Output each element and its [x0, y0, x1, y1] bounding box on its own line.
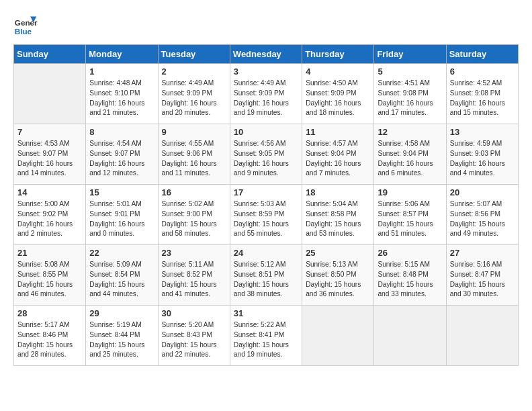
calendar-cell: 20 Sunrise: 5:07 AM Sunset: 8:56 PM Dayl…	[446, 185, 518, 245]
day-number: 29	[89, 308, 154, 318]
day-info: Sunrise: 4:51 AM Sunset: 9:08 PM Dayligh…	[378, 79, 442, 118]
calendar-cell: 12 Sunrise: 4:58 AM Sunset: 9:04 PM Dayl…	[374, 124, 446, 185]
day-info: Sunrise: 5:08 AM Sunset: 8:55 PM Dayligh…	[17, 260, 82, 300]
day-info: Sunrise: 5:12 AM Sunset: 8:51 PM Dayligh…	[234, 260, 298, 300]
day-info: Sunrise: 5:09 AM Sunset: 8:54 PM Dayligh…	[89, 260, 154, 300]
calendar-header-row: SundayMondayTuesdayWednesdayThursdayFrid…	[14, 45, 519, 64]
day-info: Sunrise: 5:00 AM Sunset: 9:02 PM Dayligh…	[17, 199, 82, 239]
column-header-saturday: Saturday	[446, 45, 518, 64]
day-info: Sunrise: 5:01 AM Sunset: 9:01 PM Dayligh…	[89, 199, 154, 239]
calendar-cell: 1 Sunrise: 4:48 AM Sunset: 9:10 PM Dayli…	[86, 64, 158, 124]
column-header-thursday: Thursday	[302, 45, 374, 64]
day-info: Sunrise: 5:13 AM Sunset: 8:50 PM Dayligh…	[306, 260, 370, 300]
day-number: 21	[17, 248, 82, 258]
day-number: 18	[306, 187, 370, 197]
day-number: 5	[378, 66, 442, 77]
day-number: 3	[234, 66, 298, 77]
calendar-cell: 24 Sunrise: 5:12 AM Sunset: 8:51 PM Dayl…	[230, 245, 302, 306]
header: General Blue	[13, 13, 519, 38]
calendar-cell: 11 Sunrise: 4:57 AM Sunset: 9:04 PM Dayl…	[302, 124, 374, 185]
day-info: Sunrise: 5:20 AM Sunset: 8:43 PM Dayligh…	[162, 320, 226, 360]
day-info: Sunrise: 4:53 AM Sunset: 9:07 PM Dayligh…	[17, 139, 82, 179]
calendar-cell	[14, 64, 86, 124]
day-number: 28	[17, 308, 82, 318]
day-info: Sunrise: 5:16 AM Sunset: 8:47 PM Dayligh…	[450, 260, 515, 300]
calendar-cell: 28 Sunrise: 5:17 AM Sunset: 8:46 PM Dayl…	[14, 306, 86, 366]
day-info: Sunrise: 4:54 AM Sunset: 9:07 PM Dayligh…	[89, 139, 154, 179]
day-number: 10	[234, 127, 298, 137]
day-number: 30	[162, 308, 226, 318]
day-number: 26	[378, 248, 442, 258]
calendar-cell: 27 Sunrise: 5:16 AM Sunset: 8:47 PM Dayl…	[446, 245, 518, 306]
calendar-cell: 13 Sunrise: 4:59 AM Sunset: 9:03 PM Dayl…	[446, 124, 518, 185]
day-number: 7	[17, 127, 82, 137]
day-info: Sunrise: 5:07 AM Sunset: 8:56 PM Dayligh…	[450, 199, 515, 239]
day-info: Sunrise: 5:22 AM Sunset: 8:41 PM Dayligh…	[234, 320, 298, 360]
day-number: 13	[450, 127, 515, 137]
calendar-cell: 2 Sunrise: 4:49 AM Sunset: 9:09 PM Dayli…	[158, 64, 230, 124]
column-header-wednesday: Wednesday	[230, 45, 302, 64]
calendar-cell: 26 Sunrise: 5:15 AM Sunset: 8:48 PM Dayl…	[374, 245, 446, 306]
calendar-cell	[302, 306, 374, 366]
day-number: 14	[17, 187, 82, 197]
calendar-week-1: 1 Sunrise: 4:48 AM Sunset: 9:10 PM Dayli…	[14, 64, 519, 124]
calendar-cell: 9 Sunrise: 4:55 AM Sunset: 9:06 PM Dayli…	[158, 124, 230, 185]
calendar-body: 1 Sunrise: 4:48 AM Sunset: 9:10 PM Dayli…	[14, 64, 519, 366]
calendar-cell: 10 Sunrise: 4:56 AM Sunset: 9:05 PM Dayl…	[230, 124, 302, 185]
day-info: Sunrise: 4:52 AM Sunset: 9:08 PM Dayligh…	[450, 79, 515, 118]
calendar-cell: 7 Sunrise: 4:53 AM Sunset: 9:07 PM Dayli…	[14, 124, 86, 185]
day-number: 1	[89, 66, 154, 77]
svg-text:Blue: Blue	[15, 27, 32, 36]
day-number: 24	[234, 248, 298, 258]
calendar-cell: 19 Sunrise: 5:06 AM Sunset: 8:57 PM Dayl…	[374, 185, 446, 245]
calendar-cell: 25 Sunrise: 5:13 AM Sunset: 8:50 PM Dayl…	[302, 245, 374, 306]
day-number: 25	[306, 248, 370, 258]
day-number: 2	[162, 66, 226, 77]
logo-icon: General Blue	[13, 13, 38, 38]
calendar-table: SundayMondayTuesdayWednesdayThursdayFrid…	[13, 44, 519, 366]
day-number: 12	[378, 127, 442, 137]
calendar-week-3: 14 Sunrise: 5:00 AM Sunset: 9:02 PM Dayl…	[14, 185, 519, 245]
day-info: Sunrise: 4:49 AM Sunset: 9:09 PM Dayligh…	[234, 79, 298, 118]
calendar-week-2: 7 Sunrise: 4:53 AM Sunset: 9:07 PM Dayli…	[14, 124, 519, 185]
calendar-week-5: 28 Sunrise: 5:17 AM Sunset: 8:46 PM Dayl…	[14, 306, 519, 366]
calendar-cell: 6 Sunrise: 4:52 AM Sunset: 9:08 PM Dayli…	[446, 64, 518, 124]
calendar-cell: 29 Sunrise: 5:19 AM Sunset: 8:44 PM Dayl…	[86, 306, 158, 366]
day-info: Sunrise: 4:56 AM Sunset: 9:05 PM Dayligh…	[234, 139, 298, 179]
calendar-cell: 14 Sunrise: 5:00 AM Sunset: 9:02 PM Dayl…	[14, 185, 86, 245]
calendar-cell	[374, 306, 446, 366]
day-info: Sunrise: 5:04 AM Sunset: 8:58 PM Dayligh…	[306, 199, 370, 239]
calendar-cell: 15 Sunrise: 5:01 AM Sunset: 9:01 PM Dayl…	[86, 185, 158, 245]
calendar-cell: 17 Sunrise: 5:03 AM Sunset: 8:59 PM Dayl…	[230, 185, 302, 245]
day-number: 17	[234, 187, 298, 197]
day-number: 20	[450, 187, 515, 197]
day-info: Sunrise: 4:49 AM Sunset: 9:09 PM Dayligh…	[162, 79, 226, 118]
day-info: Sunrise: 4:57 AM Sunset: 9:04 PM Dayligh…	[306, 139, 370, 179]
column-header-tuesday: Tuesday	[158, 45, 230, 64]
calendar-cell: 23 Sunrise: 5:11 AM Sunset: 8:52 PM Dayl…	[158, 245, 230, 306]
day-number: 23	[162, 248, 226, 258]
day-number: 27	[450, 248, 515, 258]
day-number: 16	[162, 187, 226, 197]
calendar-cell: 30 Sunrise: 5:20 AM Sunset: 8:43 PM Dayl…	[158, 306, 230, 366]
day-number: 15	[89, 187, 154, 197]
calendar-cell: 5 Sunrise: 4:51 AM Sunset: 9:08 PM Dayli…	[374, 64, 446, 124]
logo: General Blue	[13, 13, 38, 38]
calendar-cell: 18 Sunrise: 5:04 AM Sunset: 8:58 PM Dayl…	[302, 185, 374, 245]
calendar-cell: 21 Sunrise: 5:08 AM Sunset: 8:55 PM Dayl…	[14, 245, 86, 306]
day-info: Sunrise: 5:03 AM Sunset: 8:59 PM Dayligh…	[234, 199, 298, 239]
column-header-sunday: Sunday	[14, 45, 86, 64]
day-number: 22	[89, 248, 154, 258]
day-info: Sunrise: 4:58 AM Sunset: 9:04 PM Dayligh…	[378, 139, 442, 179]
calendar-cell: 16 Sunrise: 5:02 AM Sunset: 9:00 PM Dayl…	[158, 185, 230, 245]
day-number: 11	[306, 127, 370, 137]
day-number: 9	[162, 127, 226, 137]
day-info: Sunrise: 5:02 AM Sunset: 9:00 PM Dayligh…	[162, 199, 226, 239]
calendar-cell: 22 Sunrise: 5:09 AM Sunset: 8:54 PM Dayl…	[86, 245, 158, 306]
day-info: Sunrise: 5:06 AM Sunset: 8:57 PM Dayligh…	[378, 199, 442, 239]
day-info: Sunrise: 5:17 AM Sunset: 8:46 PM Dayligh…	[17, 320, 82, 360]
day-info: Sunrise: 4:48 AM Sunset: 9:10 PM Dayligh…	[89, 79, 154, 118]
calendar-week-4: 21 Sunrise: 5:08 AM Sunset: 8:55 PM Dayl…	[14, 245, 519, 306]
calendar-cell: 3 Sunrise: 4:49 AM Sunset: 9:09 PM Dayli…	[230, 64, 302, 124]
day-number: 8	[89, 127, 154, 137]
